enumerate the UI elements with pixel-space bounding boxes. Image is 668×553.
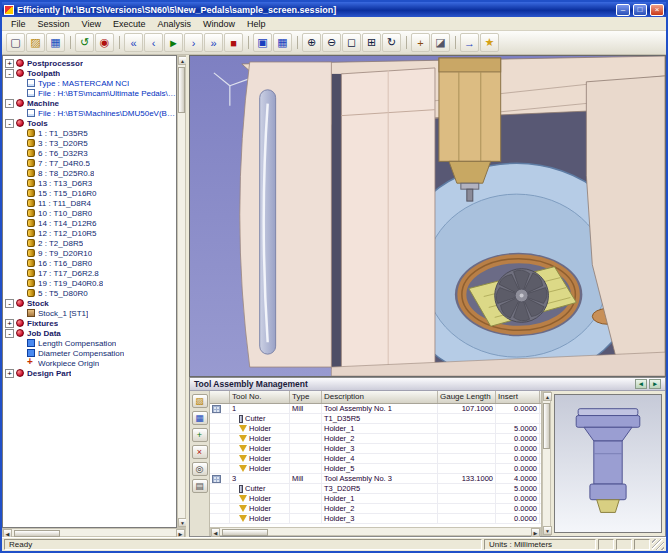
multi-view-icon[interactable]: ▦: [273, 33, 292, 52]
tree-item[interactable]: 6 : T6_D32R3: [5, 148, 176, 158]
scrollbar-thumb[interactable]: [222, 529, 268, 536]
tool-table-row[interactable]: Cutter T3_D20R5 5.0000: [210, 484, 541, 494]
tree-expander-icon[interactable]: [16, 129, 25, 138]
tree-expander-icon[interactable]: [16, 79, 25, 88]
col-tool-no[interactable]: Tool No.: [230, 391, 290, 403]
tree-item[interactable]: 12 : T12_D10R5: [5, 228, 176, 238]
tree-item[interactable]: + Fixtures: [5, 318, 176, 328]
tree-expander-icon[interactable]: [16, 139, 25, 148]
col-type[interactable]: Type: [290, 391, 322, 403]
tool-panel-header[interactable]: Tool Assembly Management ◂ ▸: [190, 378, 665, 391]
rotate-view-icon[interactable]: ↻: [382, 33, 401, 52]
zoom-window-icon[interactable]: ◻: [342, 33, 361, 52]
tree-item[interactable]: 15 : T15_D16R0: [5, 188, 176, 198]
panel-prev-button[interactable]: ◂: [635, 379, 647, 389]
tree-item[interactable]: 1 : T1_D35R5: [5, 128, 176, 138]
tree-expander-icon[interactable]: [16, 189, 25, 198]
goto-icon[interactable]: →: [460, 33, 479, 52]
tree-item[interactable]: - Stock: [5, 298, 176, 308]
tree-expander-icon[interactable]: [16, 109, 25, 118]
tool-table-row[interactable]: Holder Holder_5 0.0000: [210, 464, 541, 474]
info-icon[interactable]: ◉: [95, 33, 114, 52]
tree-item[interactable]: 19 : T19_D40R0.8: [5, 278, 176, 288]
tree-expander-icon[interactable]: [16, 259, 25, 268]
table-vertical-scrollbar[interactable]: ▲ ▼: [542, 391, 551, 536]
tool-table-row[interactable]: 1 Mill Tool Assembly No. 1 107.1000 0.00…: [210, 404, 541, 414]
tree-item[interactable]: 14 : T14_D12R6: [5, 218, 176, 228]
tool-table-row[interactable]: Holder Holder_3 0.0000: [210, 514, 541, 524]
fast-forward-icon[interactable]: »: [204, 33, 223, 52]
panel-next-button[interactable]: ▸: [649, 379, 661, 389]
tree-expander-icon[interactable]: [16, 339, 25, 348]
tree-expander-icon[interactable]: [16, 269, 25, 278]
resize-grip[interactable]: [652, 539, 664, 550]
tree-expander-icon[interactable]: [16, 219, 25, 228]
tree-expander-icon[interactable]: -: [5, 119, 14, 128]
menu-item[interactable]: Analysis: [151, 19, 197, 29]
zoom-in-icon[interactable]: ⊕: [302, 33, 321, 52]
save-tools-icon[interactable]: ▦: [192, 411, 208, 425]
tree-expander-icon[interactable]: [16, 289, 25, 298]
menu-item[interactable]: Window: [197, 19, 241, 29]
stop-icon[interactable]: ■: [224, 33, 243, 52]
tree-item[interactable]: 9 : T9_D20R10: [5, 248, 176, 258]
step-back-icon[interactable]: ‹: [144, 33, 163, 52]
scrollbar-thumb[interactable]: [14, 530, 60, 537]
tree-item[interactable]: Type : MASTERCAM NCI: [5, 78, 176, 88]
col-gauge-length[interactable]: Gauge Length: [438, 391, 496, 403]
tree-expander-icon[interactable]: [16, 169, 25, 178]
tree-item[interactable]: Workpiece Origin: [5, 358, 176, 368]
reset-icon[interactable]: ↺: [75, 33, 94, 52]
tree-vertical-scrollbar[interactable]: ▲ ▼: [177, 55, 186, 528]
col-insert[interactable]: Insert: [496, 391, 540, 403]
tree-item[interactable]: - Machine: [5, 98, 176, 108]
play-icon[interactable]: ►: [164, 33, 183, 52]
tool-table-row[interactable]: Holder Holder_4 0.0000: [210, 454, 541, 464]
tree-expander-icon[interactable]: [16, 229, 25, 238]
tree-expander-icon[interactable]: [16, 279, 25, 288]
tree-expander-icon[interactable]: [16, 359, 25, 368]
tool-table-row[interactable]: Holder Holder_1 0.0000: [210, 494, 541, 504]
scroll-left-icon[interactable]: ◀: [211, 528, 220, 537]
tree-expander-icon[interactable]: [16, 309, 25, 318]
tree-item[interactable]: - Toolpath: [5, 68, 176, 78]
measure-icon[interactable]: +: [411, 33, 430, 52]
tree-item[interactable]: + Design Part: [5, 368, 176, 378]
tree-expander-icon[interactable]: -: [5, 99, 14, 108]
menu-item[interactable]: View: [76, 19, 107, 29]
tree-item[interactable]: 5 : T5_D80R0: [5, 288, 176, 298]
tree-expander-icon[interactable]: +: [5, 369, 14, 378]
tree-item[interactable]: Diameter Compensation: [5, 348, 176, 358]
tree-expander-icon[interactable]: [16, 239, 25, 248]
open-session-icon[interactable]: ▨: [26, 33, 45, 52]
tree-expander-icon[interactable]: [16, 209, 25, 218]
tree-item[interactable]: 17 : T17_D6R2.8: [5, 268, 176, 278]
tree-item[interactable]: - Job Data: [5, 328, 176, 338]
tree-item[interactable]: 8 : T8_D25R0.8: [5, 168, 176, 178]
tree-item[interactable]: 16 : T16_D8R0: [5, 258, 176, 268]
tree-item[interactable]: 2 : T2_D8R5: [5, 238, 176, 248]
tree-expander-icon[interactable]: [16, 159, 25, 168]
scroll-right-icon[interactable]: ▶: [531, 528, 540, 537]
tool-preview-viewport[interactable]: [554, 394, 662, 533]
tree-item[interactable]: 3 : T3_D20R5: [5, 138, 176, 148]
tree-item[interactable]: + Postprocessor: [5, 58, 176, 68]
tree-item[interactable]: 11 : T11_D8R4: [5, 198, 176, 208]
minimize-button[interactable]: –: [616, 4, 630, 16]
tree-expander-icon[interactable]: [16, 179, 25, 188]
tree-expander-icon[interactable]: [16, 349, 25, 358]
maximize-button[interactable]: □: [633, 4, 647, 16]
scrollbar-thumb[interactable]: [178, 67, 185, 113]
single-view-icon[interactable]: ▣: [253, 33, 272, 52]
section-icon[interactable]: ◪: [431, 33, 450, 52]
tree-item[interactable]: File : H:\BTS\mcam\Ultimate Pedals\sampl…: [5, 88, 176, 98]
lamp-icon[interactable]: ★: [480, 33, 499, 52]
tool-table-row[interactable]: Holder Holder_3 0.0000: [210, 444, 541, 454]
scrollbar-thumb[interactable]: [543, 403, 550, 449]
tool-table-row[interactable]: Holder Holder_1 5.0000: [210, 424, 541, 434]
step-forward-icon[interactable]: ›: [184, 33, 203, 52]
tree-item[interactable]: Stock_1 [ST1]: [5, 308, 176, 318]
tool-table-row[interactable]: Holder Holder_2 0.0000: [210, 434, 541, 444]
tree-expander-icon[interactable]: [16, 199, 25, 208]
delete-tool-icon[interactable]: ×: [192, 445, 208, 459]
